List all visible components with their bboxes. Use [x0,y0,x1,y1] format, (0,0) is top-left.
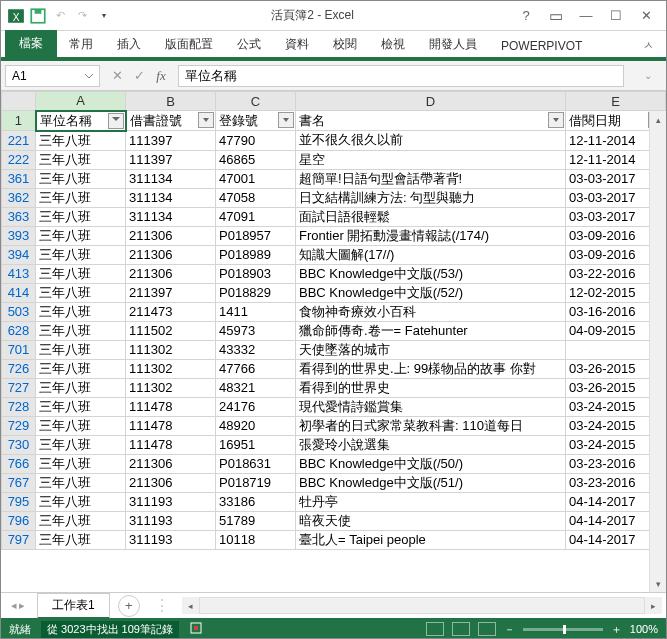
cell[interactable]: 48920 [216,416,296,435]
cell[interactable]: 211306 [126,245,216,264]
cell[interactable]: 知識大圖解(17//) [296,245,566,264]
chevron-down-icon[interactable] [85,72,93,80]
save-icon[interactable] [29,7,47,25]
cell-a1[interactable]: 單位名稱 [36,111,126,131]
cell[interactable]: 三年八班 [36,131,126,151]
cell[interactable]: 211306 [126,473,216,492]
cell[interactable]: Frontier 開拓動漫畫情報誌(/174/) [296,226,566,245]
cell[interactable]: 三年八班 [36,283,126,302]
cell[interactable]: 111302 [126,378,216,397]
cell[interactable]: 111502 [126,321,216,340]
row-header[interactable]: 503 [2,302,36,321]
col-header-a[interactable]: A [36,92,126,111]
row-header[interactable]: 766 [2,454,36,473]
tab-formulas[interactable]: 公式 [225,32,273,57]
cell[interactable]: 48321 [216,378,296,397]
scroll-up-icon[interactable]: ▴ [650,111,666,128]
zoom-out-icon[interactable]: － [504,622,515,637]
horizontal-scrollbar[interactable]: ◂ ▸ [182,597,662,614]
cell[interactable]: P018903 [216,264,296,283]
scroll-left-icon[interactable]: ◂ [182,597,199,614]
redo-icon[interactable]: ↷ [73,7,91,25]
cell[interactable]: 超簡單!日語句型會話帶著背! [296,169,566,188]
cell[interactable]: P018631 [216,454,296,473]
cell[interactable]: 三年八班 [36,264,126,283]
cell-c1[interactable]: 登錄號 [216,111,296,131]
minimize-icon[interactable]: — [572,6,600,26]
cell[interactable]: 三年八班 [36,321,126,340]
cell[interactable]: 211306 [126,454,216,473]
cell[interactable]: 33186 [216,492,296,511]
select-all-cell[interactable] [2,92,36,111]
cell[interactable]: 臺北人= Taipei people [296,530,566,549]
scroll-right-icon[interactable]: ▸ [645,597,662,614]
tab-data[interactable]: 資料 [273,32,321,57]
zoom-in-icon[interactable]: ＋ [611,622,622,637]
cell[interactable]: 1411 [216,302,296,321]
cell[interactable]: 211306 [126,264,216,283]
row-header[interactable]: 363 [2,207,36,226]
row-header[interactable]: 767 [2,473,36,492]
cell[interactable]: BBC Knowledge中文版(/51/) [296,473,566,492]
row-header[interactable]: 221 [2,131,36,151]
tab-nav-next-icon[interactable]: ▸ [19,599,25,612]
cell[interactable]: 47790 [216,131,296,151]
cell[interactable]: 24176 [216,397,296,416]
tab-nav-prev-icon[interactable]: ◂ [11,599,17,612]
fx-icon[interactable]: fx [152,68,170,84]
cell[interactable]: 311134 [126,169,216,188]
filter-button-a[interactable] [108,113,124,129]
spreadsheet-grid[interactable]: A B C D E 1 單位名稱 借書證號 登錄號 書名 借閱日期 221 三年… [1,91,666,592]
cell[interactable]: 211397 [126,283,216,302]
row-header[interactable]: 797 [2,530,36,549]
cell[interactable]: 111397 [126,150,216,169]
cell[interactable]: 51789 [216,511,296,530]
col-header-c[interactable]: C [216,92,296,111]
excel-icon[interactable]: X [7,7,25,25]
cell[interactable]: 三年八班 [36,473,126,492]
cell[interactable]: 111302 [126,359,216,378]
sheet-tab-1[interactable]: 工作表1 [37,593,110,619]
row-header[interactable]: 393 [2,226,36,245]
cell[interactable]: 三年八班 [36,435,126,454]
filter-button-c[interactable] [278,112,294,128]
cell[interactable]: 311134 [126,188,216,207]
tab-powerpivot[interactable]: POWERPIVOT [489,35,594,57]
vertical-scrollbar[interactable]: ▴ ▾ [649,111,666,592]
cell[interactable]: 三年八班 [36,150,126,169]
row-header[interactable]: 362 [2,188,36,207]
cell[interactable]: 三年八班 [36,188,126,207]
cell[interactable]: 張愛玲小說選集 [296,435,566,454]
cell[interactable]: 211306 [126,226,216,245]
cell[interactable]: 三年八班 [36,226,126,245]
cell[interactable]: 日文結構訓練方法: 句型與聽力 [296,188,566,207]
row-header[interactable]: 796 [2,511,36,530]
cell[interactable]: 111397 [126,131,216,151]
cell[interactable]: 111478 [126,435,216,454]
tab-insert[interactable]: 插入 [105,32,153,57]
row-header-1[interactable]: 1 [2,111,36,131]
row-header[interactable]: 728 [2,397,36,416]
row-header[interactable]: 726 [2,359,36,378]
cell[interactable]: 三年八班 [36,340,126,359]
cell[interactable]: 三年八班 [36,245,126,264]
tab-file[interactable]: 檔案 [5,30,57,57]
row-header[interactable]: 628 [2,321,36,340]
tab-split-handle[interactable]: ⋮ [154,596,162,615]
tab-home[interactable]: 常用 [57,32,105,57]
cell[interactable]: 看得到的世界史 [296,378,566,397]
cell[interactable]: 三年八班 [36,511,126,530]
cell-b1[interactable]: 借書證號 [126,111,216,131]
tab-layout[interactable]: 版面配置 [153,32,225,57]
filter-button-b[interactable] [198,112,214,128]
cell[interactable]: 獵命師傳奇.卷一= Fatehunter [296,321,566,340]
cell[interactable]: 311193 [126,530,216,549]
cell[interactable]: 三年八班 [36,530,126,549]
name-box[interactable]: A1 [5,65,100,87]
col-header-b[interactable]: B [126,92,216,111]
scroll-down-icon[interactable]: ▾ [650,575,666,592]
row-header[interactable]: 414 [2,283,36,302]
cell[interactable]: 43332 [216,340,296,359]
cell[interactable]: 食物神奇療效小百科 [296,302,566,321]
maximize-icon[interactable]: ☐ [602,6,630,26]
